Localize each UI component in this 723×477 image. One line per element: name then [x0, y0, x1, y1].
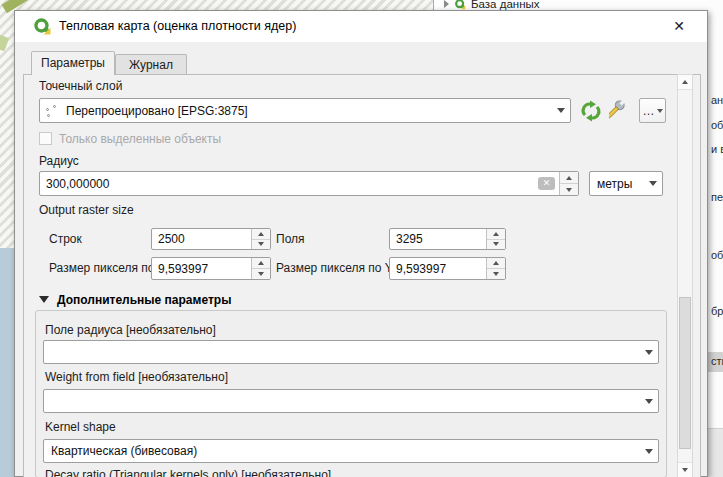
pixel-y-spinbox[interactable]: 9,593997	[389, 257, 506, 280]
chevron-down-icon[interactable]	[640, 440, 658, 462]
point-layer-label: Точечный слой	[39, 79, 122, 93]
clear-field-icon[interactable]: ✕	[538, 177, 555, 190]
dialog-titlebar: Тепловая карта (оценка плотности ядер) ✕	[15, 11, 707, 42]
pixel-y-label: Размер пикселя по Y	[276, 261, 393, 275]
map-water-area	[0, 248, 15, 477]
radius-value[interactable]: 300,000000	[40, 172, 534, 195]
radius-spin-buttons[interactable]	[559, 172, 578, 195]
screen: База данных анны объе и ве пера объе бра…	[0, 0, 723, 477]
chevron-down-icon[interactable]	[552, 99, 570, 122]
panel-text-fragment: пера	[711, 191, 723, 203]
iterate-icon	[579, 100, 603, 122]
rows-spin-buttons[interactable]	[251, 229, 270, 249]
iterate-layer-button[interactable]	[577, 99, 605, 123]
pixel-x-spinbox[interactable]: 9,593997	[151, 257, 271, 280]
panel-text-fragment: и ве	[711, 143, 723, 155]
cols-spinbox[interactable]: 3295	[389, 228, 506, 250]
dialog-title: Тепловая карта (оценка плотности ядер)	[59, 11, 296, 42]
pixel-y-spin-buttons[interactable]	[486, 258, 505, 279]
panel-footer	[708, 428, 723, 477]
tab-log[interactable]: Журнал	[115, 54, 187, 75]
panel-text-fragment: объе	[711, 119, 723, 131]
close-icon[interactable]: ✕	[667, 16, 691, 36]
selected-only-label: Только выделенные объекты	[59, 132, 221, 146]
cols-label: Поля	[276, 232, 305, 246]
spin-down-icon[interactable]	[487, 269, 505, 279]
spin-up-icon[interactable]	[487, 229, 505, 240]
selected-only-checkbox[interactable]	[39, 132, 52, 145]
spin-up-icon[interactable]	[252, 258, 270, 269]
collapse-triangle-icon[interactable]	[39, 296, 49, 303]
background-panel-right: анны объе и ве пера объе брат сти я	[708, 0, 723, 477]
panel-text-fragment: анны	[711, 94, 723, 106]
radius-field-label: Поле радиуса [необязательно]	[45, 323, 216, 337]
spin-down-icon[interactable]	[560, 184, 578, 195]
radius-spinbox[interactable]: 300,000000 ✕	[39, 171, 579, 196]
panel-text-fragment: объе	[711, 249, 723, 261]
chevron-down-icon[interactable]	[640, 390, 658, 412]
tree-expand-icon[interactable]	[444, 0, 449, 8]
spin-up-icon[interactable]	[252, 229, 270, 240]
scrollbar-thumb[interactable]	[679, 297, 691, 449]
pixel-x-value[interactable]: 9,593997	[152, 258, 251, 279]
decay-ratio-label: Decay ratio (Triangular kernels only) [н…	[45, 468, 331, 477]
rows-value[interactable]: 2500	[152, 229, 251, 249]
chevron-down-icon[interactable]	[640, 341, 658, 363]
pixel-x-spin-buttons[interactable]	[251, 258, 270, 279]
advanced-options-button[interactable]	[607, 98, 635, 124]
qgis-icon	[33, 17, 51, 35]
spin-down-icon[interactable]	[252, 269, 270, 279]
qgis-icon	[454, 0, 466, 10]
panel-text-fragment: сти я	[711, 355, 723, 367]
spin-down-icon[interactable]	[252, 240, 270, 250]
chevron-down-icon[interactable]	[644, 172, 662, 195]
pixel-y-value[interactable]: 9,593997	[390, 258, 486, 279]
scroll-down-icon[interactable]	[678, 462, 692, 477]
advanced-parameters-header[interactable]: Дополнительные параметры	[57, 293, 231, 307]
browse-button-label: …	[643, 104, 655, 118]
radius-field-combobox[interactable]	[43, 340, 659, 364]
tree-item-label: База данных	[471, 0, 540, 10]
spin-up-icon[interactable]	[560, 172, 578, 184]
dialog-scrollbar[interactable]	[677, 74, 693, 477]
kernel-shape-combobox[interactable]: Квартическая (бивесовая)	[43, 439, 659, 463]
heatmap-dialog: Тепловая карта (оценка плотности ядер) ✕…	[14, 10, 708, 477]
browse-button[interactable]: …	[639, 98, 666, 123]
radius-units-combobox[interactable]: метры	[589, 171, 663, 196]
point-layer-value: Перепроецировано [EPSG:3875]	[59, 104, 552, 118]
tab-parameters[interactable]: Параметры	[31, 51, 115, 75]
spin-up-icon[interactable]	[487, 258, 505, 269]
weight-field-combobox[interactable]	[43, 389, 659, 413]
weight-field-label: Weight from field [необязательно]	[45, 370, 228, 384]
kernel-shape-label: Kernel shape	[45, 420, 116, 434]
cols-spin-buttons[interactable]	[486, 229, 505, 249]
radius-units-value: метры	[590, 177, 644, 191]
radius-label: Радиус	[39, 154, 79, 168]
cols-value[interactable]: 3295	[390, 229, 486, 249]
kernel-shape-value: Квартическая (бивесовая)	[44, 444, 640, 458]
spin-down-icon[interactable]	[487, 240, 505, 250]
scroll-up-icon[interactable]	[678, 75, 692, 90]
chevron-down-icon	[657, 109, 663, 113]
rows-label: Строк	[49, 232, 82, 246]
rows-spinbox[interactable]: 2500	[151, 228, 271, 250]
panel-text-fragment: брат	[711, 305, 723, 317]
raster-size-label: Output raster size	[39, 203, 134, 217]
pixel-x-label: Размер пикселя по X	[49, 261, 166, 275]
wrench-icon	[609, 99, 633, 123]
point-layer-icon	[45, 104, 59, 118]
map-green-area	[0, 35, 9, 52]
point-layer-combobox[interactable]: Перепроецировано [EPSG:3875]	[39, 98, 571, 123]
